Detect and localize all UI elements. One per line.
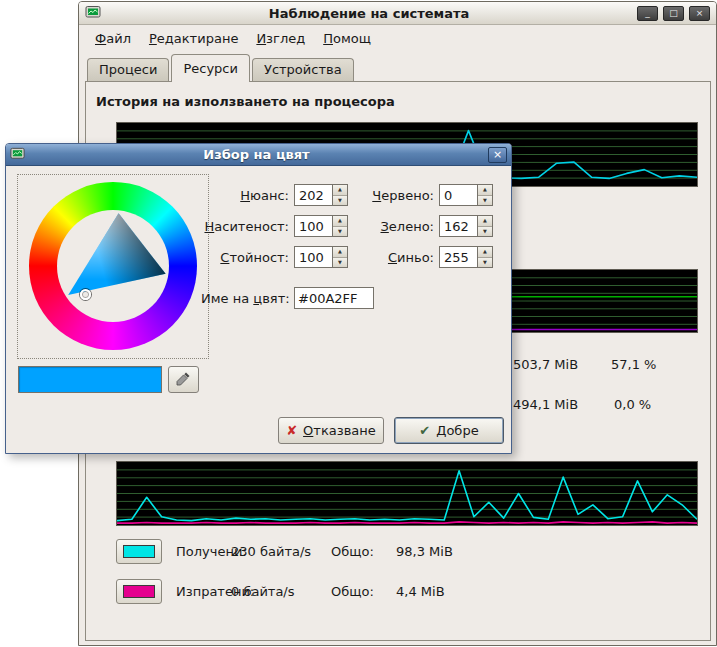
memory-used-percent: 57,1 %: [611, 357, 656, 372]
ok-button[interactable]: ✔ Добре: [394, 417, 504, 444]
spin-up-icon[interactable]: ▲: [333, 185, 347, 195]
sent-color-button[interactable]: [116, 579, 162, 604]
main-titlebar[interactable]: Наблюдение на системата _ □ ×: [79, 2, 716, 25]
spin-down-icon[interactable]: ▼: [333, 226, 347, 237]
desktop: Наблюдение на системата _ □ × Файл Редак…: [0, 0, 717, 647]
tab-processes[interactable]: Процеси: [87, 58, 169, 81]
ok-button-label: Добре: [436, 423, 478, 438]
notebook-tabs: Процеси Ресурси Устройства: [87, 54, 356, 82]
cpu-history-heading: История на използването на процесора: [96, 94, 395, 109]
menu-help[interactable]: Помощ: [314, 26, 380, 53]
cancel-button-label: Отказване: [303, 423, 376, 438]
saturation-label: Наситеност:: [201, 219, 289, 234]
sent-rate: 0 байта/s: [231, 584, 295, 599]
menu-edit[interactable]: Редактиране: [140, 26, 247, 53]
tab-devices[interactable]: Устройства: [252, 58, 354, 81]
color-preview: [18, 366, 162, 393]
red-label: Червено:: [358, 188, 434, 203]
eyedropper-button[interactable]: [168, 366, 199, 393]
sent-legend-row: Изпратени: 0 байта/s Общо: 4,4 MiB: [116, 579, 691, 605]
spin-up-icon[interactable]: ▲: [478, 185, 492, 195]
cancel-button[interactable]: ✘ Отказване: [278, 417, 384, 444]
menubar: Файл Редактиране Изглед Помощ: [79, 26, 716, 53]
received-total: 98,3 MiB: [396, 544, 453, 559]
red-spinbox[interactable]: 0 ▲▼: [439, 184, 493, 206]
sent-total: 4,4 MiB: [396, 584, 445, 599]
green-label: Зелено:: [358, 219, 434, 234]
menu-file[interactable]: Файл: [86, 26, 140, 53]
color-name-input[interactable]: [294, 287, 374, 309]
spin-down-icon[interactable]: ▼: [333, 257, 347, 268]
maximize-button[interactable]: □: [663, 6, 684, 21]
green-spinbox[interactable]: 162 ▲▼: [439, 215, 493, 237]
hue-label: Нюанс:: [201, 188, 289, 203]
hue-spinbox[interactable]: 202 ▲▼: [294, 184, 348, 206]
app-icon: [85, 4, 101, 23]
color-wheel-widget: [17, 174, 209, 359]
spin-down-icon[interactable]: ▼: [478, 195, 492, 206]
blue-label: Синьо:: [358, 250, 434, 265]
spin-down-icon[interactable]: ▼: [333, 195, 347, 206]
eyedropper-icon: [176, 371, 191, 389]
color-selector-handle[interactable]: [80, 289, 91, 300]
spin-up-icon[interactable]: ▲: [333, 247, 347, 257]
spin-up-icon[interactable]: ▲: [333, 216, 347, 226]
tab-resources[interactable]: Ресурси: [171, 54, 250, 82]
spin-up-icon[interactable]: ▲: [478, 216, 492, 226]
menu-view[interactable]: Изглед: [247, 26, 314, 53]
close-button[interactable]: ×: [689, 6, 710, 21]
sent-color-swatch: [123, 585, 155, 598]
cancel-icon: ✘: [286, 423, 297, 438]
received-color-swatch: [123, 545, 155, 558]
dialog-app-icon: [10, 146, 25, 164]
window-title: Наблюдение на системата: [106, 6, 632, 21]
received-legend-row: Получени: 230 байта/s Общо: 98,3 MiB: [116, 539, 691, 565]
color-name-label: Име на цвят:: [201, 291, 289, 306]
dialog-titlebar[interactable]: Избор на цвят ×: [6, 144, 511, 166]
sent-total-label: Общо:: [331, 584, 374, 599]
spin-up-icon[interactable]: ▲: [478, 247, 492, 257]
received-total-label: Общо:: [331, 544, 374, 559]
memory-used-value: 503,7 MiB: [513, 357, 578, 372]
received-color-button[interactable]: [116, 539, 162, 564]
color-picker-dialog: Избор на цвят × Нюанс: 202 ▲▼ Наситеност…: [5, 143, 512, 454]
ok-icon: ✔: [419, 423, 430, 438]
value-spinbox[interactable]: 100 ▲▼: [294, 246, 348, 268]
received-rate: 230 байта/s: [231, 544, 311, 559]
spin-down-icon[interactable]: ▼: [478, 257, 492, 268]
blue-spinbox[interactable]: 255 ▲▼: [439, 246, 493, 268]
minimize-button[interactable]: _: [637, 6, 658, 21]
swap-percent: 0,0 %: [614, 397, 651, 412]
dialog-title: Избор на цвят: [29, 147, 484, 162]
saturation-spinbox[interactable]: 100 ▲▼: [294, 215, 348, 237]
value-label: Стойност:: [201, 250, 289, 265]
network-history-chart: [116, 461, 698, 526]
dialog-close-button[interactable]: ×: [488, 147, 507, 163]
swap-value: 494,1 MiB: [513, 397, 578, 412]
spin-down-icon[interactable]: ▼: [478, 226, 492, 237]
